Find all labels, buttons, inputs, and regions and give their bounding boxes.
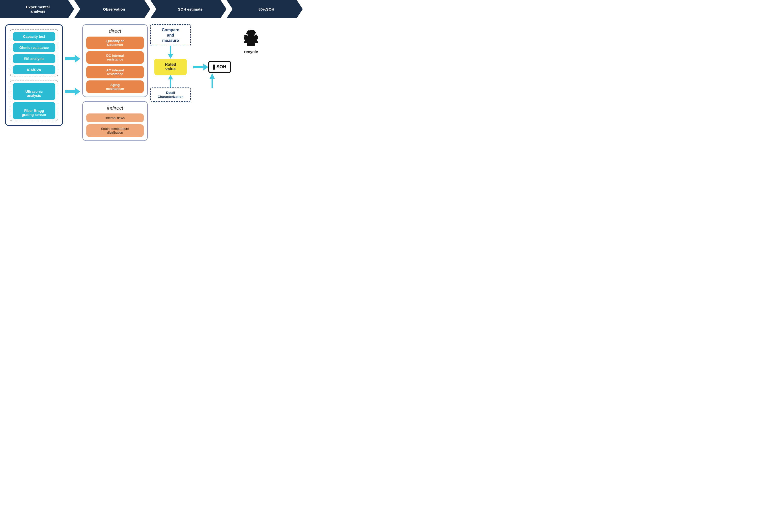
internal-flaws-btn: internal flaws: [86, 114, 144, 122]
svg-text:♻: ♻: [242, 27, 260, 49]
arrow-indirect-to-rated: [167, 75, 174, 87]
header-arrow-80soh: 80%SOH: [227, 0, 303, 18]
direct-panel: direct Quantity of Coulombs DC internal …: [82, 24, 148, 97]
svg-marker-6: [193, 64, 208, 70]
arrow-left-to-direct: [65, 54, 80, 64]
soh-col: SOH: [193, 61, 231, 88]
svg-marker-1: [65, 87, 80, 95]
svg-marker-8: [209, 73, 215, 79]
right-flow: Compare and measure Rated value: [151, 24, 231, 102]
arrow-compare-to-rated: [167, 46, 174, 59]
svg-marker-5: [168, 75, 173, 79]
compare-measure-box: Compare and measure: [151, 24, 191, 46]
ica-dva-btn: ICA/DVA: [13, 65, 55, 74]
svg-marker-0: [65, 55, 80, 63]
arrow-soh-to-recycle: [208, 73, 216, 88]
fiber-bragg-btn: Fiber Bragg grating sensor: [13, 102, 55, 119]
recycle-text: recycle: [244, 50, 258, 54]
ac-internal-resistance-btn: AC internal resistance: [86, 66, 144, 78]
soh-battery-box: SOH: [208, 61, 231, 73]
soh-label: SOH: [217, 64, 226, 70]
battery-terminal-icon: [213, 65, 215, 70]
arrow-left-to-indirect: [65, 86, 80, 96]
left-section: Capacity test Ohmic resistance EIS analy…: [5, 24, 82, 126]
aging-mechanism-btn: Aging mechanism: [86, 80, 144, 93]
eis-analysis-btn: EIS analysis: [13, 54, 55, 63]
arrow-rated-to-soh: [193, 63, 208, 71]
capacity-test-btn: Capacity test: [13, 32, 55, 41]
center-section: direct Quantity of Coulombs DC internal …: [82, 24, 148, 141]
recycle-icon: ♻ recycle: [236, 27, 266, 55]
header-arrow-observation: Observation: [74, 0, 151, 18]
svg-marker-3: [168, 54, 173, 59]
main-content: Capacity test Ohmic resistance EIS analy…: [0, 24, 303, 141]
quantity-coulombs-btn: Quantity of Coulombs: [86, 37, 144, 49]
left-arrows: [65, 54, 80, 96]
header-arrow-soh-estimate: SOH estimate: [151, 0, 227, 18]
header-row: Experimental analysis Observation SOH es…: [0, 0, 303, 18]
recycle-area: ♻ recycle: [236, 27, 266, 55]
right-connector-area: Compare and measure Rated value: [151, 24, 231, 102]
top-group: Capacity test Ohmic resistance EIS analy…: [10, 29, 58, 76]
strain-temp-btn: Strain, temperature distribution: [86, 124, 144, 137]
rated-to-soh-arrow-row: SOH: [193, 61, 231, 73]
direct-title: direct: [86, 28, 144, 34]
dc-internal-resistance-btn: DC internal resistance: [86, 51, 144, 64]
ohmic-resistance-btn: Ohmic resistance: [13, 43, 55, 52]
detail-characterization-box: Detail Characterization: [151, 87, 191, 102]
indirect-panel: indirect internal flaws Strain, temperat…: [82, 101, 148, 141]
rated-value-box: Rated value: [154, 59, 187, 75]
indirect-title: indirect: [86, 105, 144, 111]
left-panel: Capacity test Ohmic resistance EIS analy…: [5, 24, 63, 126]
bottom-group: Ultrasonic analysis Fiber Bragg grating …: [10, 80, 58, 121]
middle-flow-col: Compare and measure Rated value: [151, 24, 191, 102]
header-arrow-experimental: Experimental analysis: [0, 0, 74, 18]
ultrasonic-analysis-btn: Ultrasonic analysis: [13, 83, 55, 100]
